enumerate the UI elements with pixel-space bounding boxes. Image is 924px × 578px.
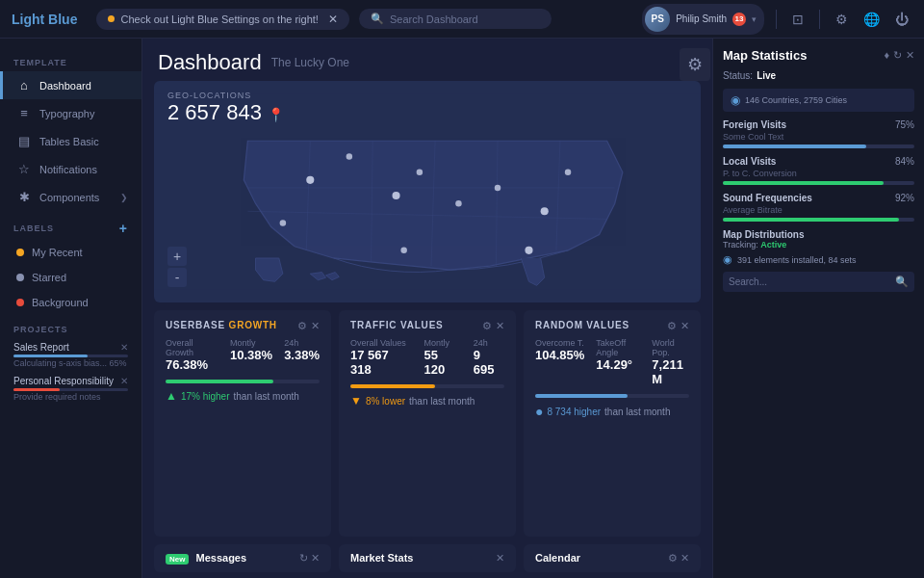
- svg-point-8: [565, 169, 571, 174]
- stat-title: Sound Frequencies: [723, 193, 812, 203]
- tab-close-icon[interactable]: ✕: [328, 13, 338, 26]
- stat-takeoff: TakeOff Angle 14.29°: [596, 338, 640, 386]
- svg-point-5: [455, 200, 461, 206]
- trend-value: 8% lower: [366, 396, 405, 407]
- svg-point-10: [400, 248, 406, 253]
- close-icon[interactable]: ✕: [311, 320, 320, 332]
- bookmark-icon[interactable]: ♦: [884, 49, 889, 62]
- components-icon: ✱: [16, 190, 32, 204]
- settings-gear-overlay[interactable]: ⚙: [680, 48, 710, 81]
- zoom-out-button[interactable]: -: [167, 268, 187, 287]
- panel-search-row[interactable]: Search... 🔍: [723, 272, 914, 292]
- distributions-title: Map Distributions: [723, 229, 914, 240]
- sidebar-item-tables[interactable]: ▤ Tables Basic: [0, 127, 141, 155]
- trend-indicator: ▲ 17% higher than last month: [166, 389, 320, 403]
- globe-icon[interactable]: 🌐: [860, 8, 884, 31]
- close-icon[interactable]: ✕: [311, 552, 320, 564]
- search-bar[interactable]: 🔍 Search Dashboard: [359, 9, 552, 29]
- close-icon[interactable]: ✕: [680, 552, 689, 564]
- sidebar-item-components[interactable]: ✱ Components ❯: [0, 183, 141, 211]
- refresh-icon[interactable]: ↻: [299, 552, 308, 564]
- trend-value: 8 734 higher: [547, 407, 601, 417]
- add-label-button[interactable]: +: [119, 221, 128, 236]
- sidebar-label-starred[interactable]: Starred: [0, 265, 141, 290]
- progress-fill: [723, 218, 899, 222]
- status-label: Status:: [723, 70, 753, 81]
- gear-overlay-icon: ⚙: [687, 55, 703, 74]
- stat-block-local: Local Visits 84% P. to C. Conversion: [723, 156, 914, 185]
- user-name: Philip Smith: [676, 13, 727, 24]
- main-header: Dashboard The Lucky One: [142, 39, 712, 81]
- sidebar-label-my-recent[interactable]: My Recent: [0, 240, 141, 265]
- sidebar-item-notifications[interactable]: ☆ Notifications: [0, 155, 141, 183]
- bottom-row: New Messages ↻ ✕ Market Stats ✕ Calendar…: [142, 537, 712, 578]
- trend-indicator: ▼ 8% lower than last month: [350, 394, 504, 407]
- card-actions-calendar: ⚙ ✕: [668, 552, 689, 565]
- settings-icon[interactable]: ⚙: [832, 8, 852, 31]
- stat-monthly: Montly 10.38%: [230, 338, 272, 372]
- monitor-icon[interactable]: ⊡: [788, 8, 808, 31]
- svg-point-3: [417, 169, 423, 174]
- panel-title: Map Statistics: [723, 48, 807, 63]
- stat-title: Local Visits: [723, 156, 776, 167]
- close-icon[interactable]: ✕: [680, 320, 689, 332]
- trend-bar-track: [166, 380, 320, 383]
- card-actions-messages: ↻ ✕: [299, 552, 320, 565]
- trend-bar-fill: [350, 384, 435, 388]
- user-pill[interactable]: PS Philip Smith 13 ▾: [642, 4, 764, 35]
- card-random: RANDOM VALUES ⚙ ✕ Overcome T. 104.85% Ta…: [524, 310, 701, 537]
- tab-label: Check out Light Blue Settings on the rig…: [120, 13, 318, 25]
- svg-point-4: [392, 192, 399, 199]
- nav-tab[interactable]: Check out Light Blue Settings on the rig…: [96, 9, 348, 30]
- close-icon[interactable]: ✕: [496, 552, 504, 564]
- settings-icon[interactable]: ⚙: [297, 320, 307, 332]
- sidebar-item-dashboard[interactable]: ⌂ Dashboard: [0, 71, 141, 99]
- panel-search-button[interactable]: 🔍: [895, 276, 909, 288]
- stat-pct: 92%: [895, 193, 914, 203]
- settings-icon[interactable]: ⚙: [668, 552, 678, 564]
- dist-elements-row: ◉ 391 elements installed, 84 sets: [723, 253, 914, 266]
- tab-dot: [108, 15, 115, 22]
- sidebar-item-label: Typography: [39, 108, 94, 119]
- logo-bold: Blue: [48, 12, 77, 27]
- label-dot-recent: [16, 249, 24, 256]
- sidebar-item-typography[interactable]: ≡ Typography: [0, 99, 141, 127]
- zoom-in-button[interactable]: +: [167, 247, 187, 266]
- close-icon[interactable]: ✕: [496, 320, 504, 332]
- stat-overcome: Overcome T. 104.85%: [535, 338, 584, 386]
- geo-count: 2 657 843 📍: [167, 100, 284, 125]
- sidebar-label-background[interactable]: Background: [0, 290, 141, 315]
- project-sub-text: Provide required notes: [13, 392, 128, 402]
- pin-icon: 📍: [268, 107, 284, 122]
- dot-icon: ●: [535, 404, 543, 419]
- stat-block-foreign: Foreign Visits 75% Some Cool Text: [723, 119, 914, 148]
- top-nav: Light Blue Check out Light Blue Settings…: [0, 0, 924, 39]
- search-placeholder: Search Dashboard: [390, 13, 478, 25]
- project-personal: Personal Responsibility ✕ Provide requir…: [0, 372, 141, 406]
- nav-right: PS Philip Smith 13 ▾ ⊡ ⚙ 🌐 ⏻: [642, 4, 912, 35]
- project-bar-fill: [13, 388, 60, 391]
- stat-monthly-traffic: Montly 55 120: [424, 338, 461, 377]
- project-bar-fill: [13, 355, 88, 357]
- page-title: Dashboard: [158, 50, 262, 75]
- refresh-icon[interactable]: ↻: [893, 49, 902, 62]
- settings-icon[interactable]: ⚙: [482, 320, 492, 332]
- arrow-up-icon: ▲: [166, 389, 177, 403]
- typography-icon: ≡: [16, 106, 32, 120]
- trend-text: than last month: [233, 391, 298, 402]
- labels-section: LABELS +: [0, 211, 141, 240]
- close-icon[interactable]: ✕: [906, 49, 914, 62]
- separator: [776, 10, 777, 29]
- elements-icon: ◉: [723, 253, 732, 266]
- project-close-icon[interactable]: ✕: [120, 376, 128, 386]
- power-icon[interactable]: ⏻: [891, 8, 912, 31]
- settings-icon[interactable]: ⚙: [667, 320, 677, 332]
- search-icon: 🔍: [371, 13, 384, 25]
- stat-overall-growth: Overall Growth 76.38%: [166, 338, 218, 372]
- stat-pct: 84%: [895, 156, 914, 167]
- arrow-down-icon: ▼: [350, 394, 362, 407]
- project-close-icon[interactable]: ✕: [120, 342, 128, 353]
- project-sales-report: Sales Report ✕ Calculating s-axis bias..…: [0, 338, 141, 372]
- panel-search-placeholder: Search...: [729, 276, 891, 287]
- trend-bar-track: [350, 384, 504, 388]
